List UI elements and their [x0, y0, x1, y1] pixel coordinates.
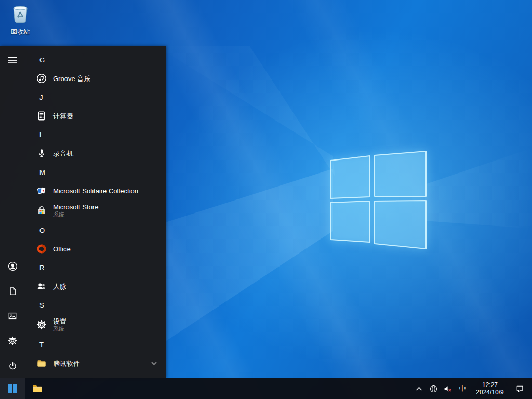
- start-app-settings[interactable]: 设置 系统: [25, 314, 166, 335]
- app-label: Microsoft Solitaire Collection: [53, 187, 138, 195]
- app-section-letter-s[interactable]: S: [25, 296, 166, 314]
- network-button[interactable]: [426, 378, 441, 399]
- app-label: 录音机: [53, 150, 73, 157]
- app-label: 设置: [53, 317, 66, 325]
- start-menu-rail: [0, 46, 25, 378]
- globe-icon: [429, 384, 438, 393]
- section-letter-label: R: [39, 264, 44, 272]
- action-center-button[interactable]: [510, 378, 529, 399]
- section-letter-label: O: [39, 227, 45, 234]
- store-icon: [35, 204, 48, 217]
- start-folder-tencent[interactable]: 腾讯软件: [25, 354, 166, 373]
- start-app-groove-music[interactable]: Groove 音乐: [25, 69, 166, 88]
- taskbar-clock[interactable]: 12:27 2024/10/9: [470, 378, 510, 399]
- ime-indicator[interactable]: 中: [455, 378, 470, 399]
- app-label: Microsoft Store: [53, 203, 98, 211]
- pictures-button[interactable]: [0, 303, 25, 328]
- recycle-bin-icon: [9, 3, 31, 25]
- pictures-icon: [7, 311, 18, 321]
- chevron-down-icon: [151, 360, 157, 367]
- app-label: 计算器: [53, 112, 73, 120]
- file-explorer-button[interactable]: [25, 378, 50, 399]
- taskbar-empty-area: [50, 378, 411, 399]
- app-section-letter-l[interactable]: L: [25, 125, 166, 144]
- taskbar: 中 12:27 2024/10/9: [0, 378, 532, 399]
- start-app-voice-recorder[interactable]: 录音机: [25, 144, 166, 163]
- clock-time: 12:27: [470, 381, 510, 389]
- section-letter-label: S: [39, 301, 44, 309]
- windows-logo-icon: [8, 384, 17, 393]
- action-center-icon: [515, 384, 524, 393]
- app-subtitle: 系统: [53, 326, 66, 332]
- app-section-letter-j[interactable]: J: [25, 88, 166, 107]
- document-icon: [8, 286, 18, 296]
- people-icon: [35, 280, 48, 292]
- documents-button[interactable]: [0, 278, 25, 303]
- start-menu-expand-button[interactable]: [0, 48, 25, 73]
- start-app-microsoft-store[interactable]: Microsoft Store 系统: [25, 200, 166, 221]
- desktop: 回收站: [0, 0, 532, 399]
- office-icon: [35, 243, 48, 255]
- start-app-solitaire[interactable]: Microsoft Solitaire Collection: [25, 181, 166, 200]
- app-subtitle: 系统: [53, 211, 98, 218]
- system-tray: 中 12:27 2024/10/9: [411, 378, 532, 399]
- solitaire-icon: [35, 184, 48, 197]
- gear-icon: [35, 318, 48, 331]
- desktop-icon-label: 回收站: [1, 28, 39, 36]
- chevron-up-icon: [416, 386, 422, 391]
- app-section-letter-r[interactable]: R: [25, 258, 166, 277]
- start-app-people[interactable]: 人脉: [25, 277, 166, 296]
- app-section-letter-w[interactable]: W: [25, 373, 166, 378]
- start-button[interactable]: [0, 378, 25, 399]
- calculator-icon: [35, 110, 48, 122]
- app-section-letter-o[interactable]: O: [25, 221, 166, 240]
- user-account-button[interactable]: [0, 254, 25, 278]
- section-letter-label: T: [39, 341, 44, 349]
- desktop-icon-recycle-bin[interactable]: 回收站: [1, 3, 39, 36]
- gear-icon: [7, 336, 18, 346]
- section-letter-label: G: [39, 56, 45, 64]
- app-section-letter-t[interactable]: T: [25, 335, 166, 354]
- start-menu: G Groove 音乐 J: [0, 46, 166, 378]
- folder-icon: [31, 382, 44, 395]
- section-letter-label: J: [39, 94, 43, 101]
- section-letter-label: L: [39, 131, 43, 139]
- voice-recorder-icon: [35, 147, 48, 159]
- settings-button[interactable]: [0, 328, 25, 353]
- power-button[interactable]: [0, 353, 25, 378]
- app-label: 人脉: [53, 283, 66, 290]
- clock-date: 2024/10/9: [470, 389, 510, 396]
- app-label: Groove 音乐: [53, 75, 90, 83]
- hidden-icons-button[interactable]: [411, 378, 426, 399]
- start-app-list: G Groove 音乐 J: [25, 46, 166, 378]
- groove-music-icon: [35, 72, 48, 85]
- app-text: Microsoft Store 系统: [53, 203, 98, 218]
- start-app-office[interactable]: Office: [25, 240, 166, 258]
- folder-icon: [35, 357, 48, 369]
- speaker-muted-icon: [443, 384, 453, 393]
- app-label: Office: [53, 245, 71, 253]
- user-icon: [7, 261, 18, 272]
- app-label: 腾讯软件: [53, 360, 80, 367]
- app-section-letter-m[interactable]: M: [25, 163, 166, 181]
- start-app-calculator[interactable]: 计算器: [25, 107, 166, 125]
- volume-button[interactable]: [441, 378, 455, 399]
- ime-label: 中: [459, 384, 466, 393]
- power-icon: [8, 361, 18, 371]
- app-section-letter-g[interactable]: G: [25, 50, 166, 69]
- hamburger-icon: [8, 56, 17, 65]
- section-letter-label: M: [39, 168, 45, 176]
- app-text: 设置 系统: [53, 317, 66, 332]
